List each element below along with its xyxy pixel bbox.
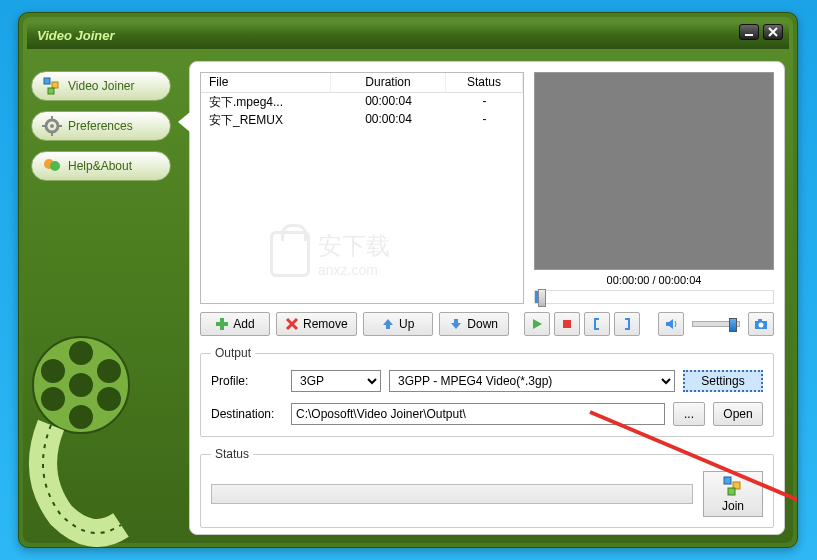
progress-bar	[211, 484, 693, 504]
svg-rect-5	[48, 88, 54, 94]
arrow-up-icon	[381, 317, 395, 331]
destination-label: Destination:	[211, 407, 283, 421]
table-row[interactable]: 安下.mpeg4... 00:00:04 -	[201, 93, 523, 111]
camera-icon	[754, 317, 768, 331]
status-legend: Status	[211, 447, 253, 461]
arrow-down-icon	[449, 317, 463, 331]
seek-slider[interactable]	[534, 290, 774, 304]
svg-point-17	[97, 359, 121, 383]
help-icon	[42, 156, 62, 176]
svg-rect-36	[728, 488, 735, 495]
profile-group-select[interactable]: 3GP	[291, 370, 381, 392]
joiner-icon	[722, 475, 744, 497]
open-button[interactable]: Open	[713, 402, 763, 426]
sidebar-item-preferences[interactable]: Preferences	[31, 111, 171, 141]
close-button[interactable]	[763, 24, 783, 40]
column-header-file[interactable]: File	[201, 73, 331, 92]
svg-rect-23	[216, 322, 228, 326]
add-button[interactable]: Add	[200, 312, 270, 336]
bracket-left-icon	[590, 317, 604, 331]
svg-point-18	[97, 387, 121, 411]
sidebar-item-video-joiner[interactable]: Video Joiner	[31, 71, 171, 101]
column-header-duration[interactable]: Duration	[331, 73, 446, 92]
play-icon	[530, 317, 544, 331]
svg-point-19	[69, 405, 93, 429]
output-group: Output Profile: 3GP 3GPP - MPEG4 Video(*…	[200, 346, 774, 437]
titlebar[interactable]: Video Joiner	[27, 21, 789, 49]
output-legend: Output	[211, 346, 255, 360]
join-button[interactable]: Join	[703, 471, 763, 517]
sidebar-item-label: Help&About	[68, 159, 132, 173]
sidebar-item-help-about[interactable]: Help&About	[31, 151, 171, 181]
stop-icon	[560, 317, 574, 331]
mark-out-button[interactable]	[614, 312, 640, 336]
app-title: Video Joiner	[37, 28, 115, 43]
gear-icon	[42, 116, 62, 136]
profile-label: Profile:	[211, 374, 283, 388]
preview-timecode: 00:00:00 / 00:00:04	[534, 270, 774, 290]
destination-input[interactable]	[291, 403, 665, 425]
table-row[interactable]: 安下_REMUX 00:00:04 -	[201, 111, 523, 129]
main-panel: File Duration Status 安下.mpeg4... 00:00:0…	[189, 61, 785, 535]
joiner-icon	[42, 76, 62, 96]
volume-button[interactable]	[658, 312, 684, 336]
down-button[interactable]: Down	[439, 312, 509, 336]
svg-point-16	[69, 341, 93, 365]
film-reel-decoration	[21, 295, 181, 548]
svg-point-20	[41, 387, 65, 411]
profile-select[interactable]: 3GPP - MPEG4 Video(*.3gp)	[389, 370, 675, 392]
bracket-right-icon	[620, 317, 634, 331]
stop-button[interactable]	[554, 312, 580, 336]
svg-point-21	[41, 359, 65, 383]
minimize-button[interactable]	[739, 24, 759, 40]
svg-marker-26	[383, 319, 393, 329]
svg-marker-30	[666, 319, 673, 329]
browse-button[interactable]: ...	[673, 402, 705, 426]
svg-marker-27	[451, 319, 461, 329]
x-icon	[285, 317, 299, 331]
file-list[interactable]: File Duration Status 安下.mpeg4... 00:00:0…	[200, 72, 524, 304]
svg-rect-4	[52, 82, 58, 88]
up-button[interactable]: Up	[363, 312, 433, 336]
svg-marker-28	[533, 319, 542, 329]
volume-slider[interactable]	[692, 321, 740, 327]
svg-point-13	[50, 161, 60, 171]
settings-button[interactable]: Settings	[683, 370, 763, 392]
svg-point-7	[50, 124, 54, 128]
status-group: Status Join	[200, 447, 774, 528]
svg-rect-0	[745, 34, 753, 36]
svg-rect-34	[724, 477, 731, 484]
sidebar: Video Joiner Preferences Help&About	[31, 71, 179, 191]
snapshot-button[interactable]	[748, 312, 774, 336]
mark-in-button[interactable]	[584, 312, 610, 336]
svg-rect-29	[563, 320, 571, 328]
speaker-icon	[664, 317, 678, 331]
play-button[interactable]	[524, 312, 550, 336]
plus-icon	[215, 317, 229, 331]
app-window: Video Joiner Video Joiner Preferences	[18, 12, 798, 548]
video-preview[interactable]	[534, 72, 774, 270]
sidebar-item-label: Preferences	[68, 119, 133, 133]
svg-point-32	[759, 323, 764, 328]
sidebar-item-label: Video Joiner	[68, 79, 135, 93]
svg-rect-33	[758, 319, 762, 321]
svg-rect-3	[44, 78, 50, 84]
svg-point-15	[69, 373, 93, 397]
column-header-status[interactable]: Status	[446, 73, 523, 92]
remove-button[interactable]: Remove	[276, 312, 357, 336]
